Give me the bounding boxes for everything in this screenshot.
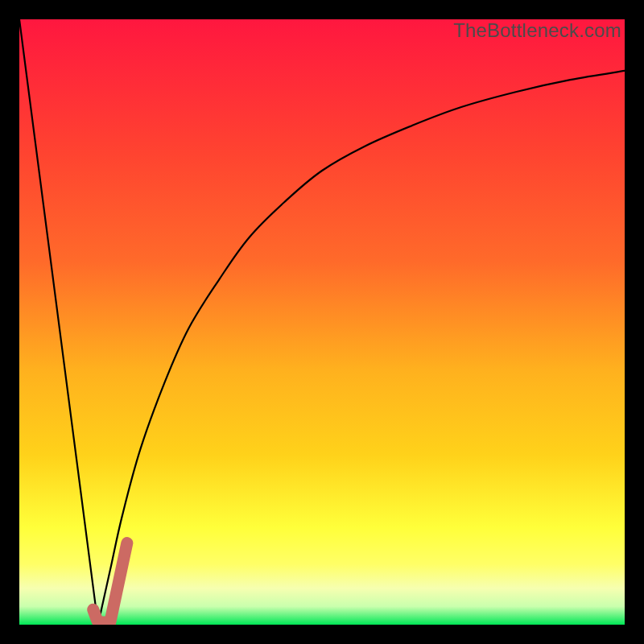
chart-svg — [19, 19, 625, 625]
watermark-text: TheBottleneck.com — [453, 19, 621, 42]
gradient-background — [19, 19, 625, 625]
plot-area: TheBottleneck.com — [19, 19, 625, 625]
chart-frame: TheBottleneck.com — [0, 0, 644, 644]
